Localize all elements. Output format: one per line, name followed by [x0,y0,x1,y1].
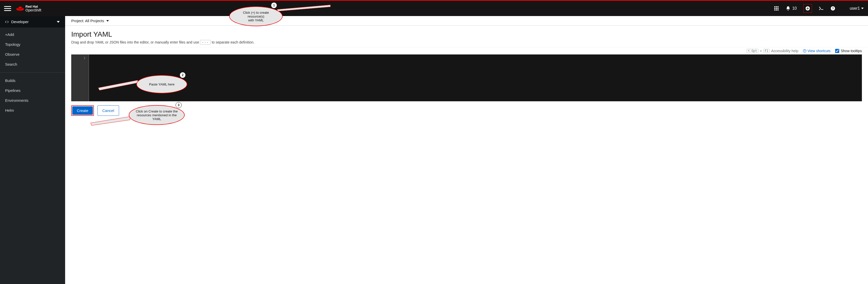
masthead: Red Hat OpenShift 10 ? user1 [0,1,868,16]
brand-line2: OpenShift [25,8,41,12]
svg-rect-1 [774,6,775,7]
sidebar-item-search[interactable]: Search [0,59,65,69]
notification-count: 10 [792,6,797,11]
brand-logo: Red Hat OpenShift [16,4,54,13]
create-highlight-box: Create [71,105,94,116]
svg-rect-2 [776,6,777,7]
show-tooltips-label: Show tooltips [841,49,862,53]
page-subtitle: Drag and drop YAML or JSON files into th… [71,40,862,44]
perspective-label: Developer [11,20,29,24]
svg-marker-19 [91,117,130,125]
kbd-opt: ⌥ Opt [747,49,758,53]
yaml-editor[interactable]: 1 [71,55,862,101]
callout-badge-2: 2 [180,72,186,78]
sidebar-item-helm[interactable]: Helm [0,105,65,115]
page-title: Import YAML [71,30,862,38]
view-shortcuts-link[interactable]: ? View shortcuts [803,49,831,53]
sidebar-item-topology[interactable]: Topology [0,39,65,50]
show-tooltips-toggle[interactable]: Show tooltips [835,49,862,53]
project-selector[interactable]: Project: All Projects [65,16,868,26]
callout-1: 1 Click (+) to create resource(s) with Y… [229,6,283,26]
editor-toolbar: ⌥ Opt + F1 Accessibility help ? View sho… [65,47,868,55]
callout-2-text: Paste YAML here [149,83,175,86]
svg-text:?: ? [832,7,834,10]
line-number: 1 [71,56,86,60]
callout-badge-3: 3 [176,102,182,108]
help-icon[interactable]: ? [830,6,835,11]
caret-down-icon [861,7,864,10]
accessibility-label: Accessibility help [771,49,798,53]
svg-marker-17 [277,5,331,11]
import-yaml-plus-button[interactable] [803,4,812,13]
sidebar-item-environments[interactable]: Environments [0,95,65,105]
editor-code-area[interactable] [89,55,831,101]
caret-down-icon [57,20,60,24]
svg-rect-8 [776,9,777,10]
svg-rect-12 [806,8,809,9]
sidebar-item-builds[interactable]: Builds [0,75,65,86]
callout-3: 3 Click on Create to create the resource… [129,105,185,125]
callout-badge-1: 1 [271,2,277,8]
editor-gutter: 1 [71,55,89,101]
svg-rect-9 [777,9,778,10]
username-label: user1 [850,6,860,11]
separator-hint: --- [200,40,211,44]
kbd-f1: F1 [764,49,770,53]
callout-1-line1: Click (+) to create resource(s) [235,11,277,18]
callout-2: 2 Paste YAML here [136,75,187,93]
callout-3-line2: resources mentioned in the YAML [134,113,179,121]
svg-rect-4 [774,8,775,9]
svg-text:?: ? [804,50,805,52]
svg-rect-3 [777,6,778,7]
subtitle-pre: Drag and drop YAML or JSON files into th… [71,40,199,44]
perspective-switcher[interactable]: Developer [0,16,65,28]
hamburger-menu-button[interactable] [4,5,11,12]
view-shortcuts-label: View shortcuts [807,49,831,53]
info-icon: ? [803,49,806,53]
main-content: Project: All Projects Import YAML Drag a… [65,16,868,284]
code-icon [5,20,9,24]
editor-minimap-area [831,55,862,101]
sidebar-nav: Developer +Add Topology Observe Search B… [0,16,65,284]
svg-rect-7 [774,9,775,10]
notifications-button[interactable]: 10 [785,6,797,11]
accessibility-hint: ⌥ Opt + F1 Accessibility help [747,49,798,53]
cancel-button[interactable]: Cancel [97,105,119,116]
user-menu[interactable]: user1 [850,6,864,11]
svg-rect-5 [776,8,777,9]
sidebar-item-observe[interactable]: Observe [0,50,65,59]
project-label: Project: All Projects [71,19,104,23]
sidebar-item-add[interactable]: +Add [0,30,65,39]
svg-marker-18 [98,80,138,90]
app-launcher-icon[interactable] [774,6,779,11]
callout-3-line1: Click on Create to create the [134,109,179,113]
cli-terminal-icon[interactable] [819,6,824,11]
brand-line1: Red Hat [25,5,38,8]
callout-1-line2: with YAML [235,18,277,22]
caret-down-icon [106,19,109,22]
plus-text: + [760,49,762,53]
create-button[interactable]: Create [72,106,93,115]
subtitle-post: to separate each definition. [212,40,254,44]
svg-rect-6 [777,8,778,9]
sidebar-item-pipelines[interactable]: Pipelines [0,86,65,95]
show-tooltips-checkbox[interactable] [835,49,839,53]
